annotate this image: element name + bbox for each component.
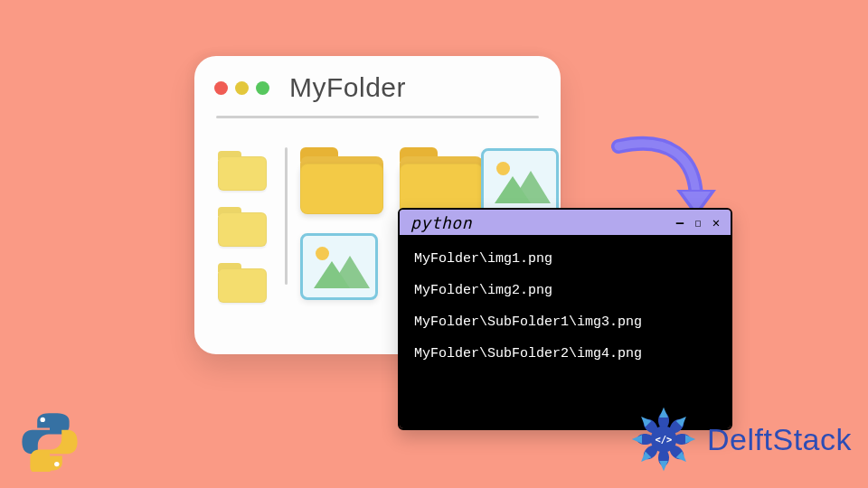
terminal-line: MyFolder\img2.png: [414, 283, 716, 298]
terminal-line: MyFolder\SubFolder1\img3.png: [414, 314, 716, 330]
terminal-line: MyFolder\SubFolder2\img4.png: [414, 346, 716, 361]
folder-icon[interactable]: [218, 151, 267, 191]
terminal-window: python — □ ✕ MyFolder\img1.png MyFolder\…: [398, 208, 732, 430]
folder-icon[interactable]: [218, 207, 267, 247]
maximize-icon[interactable]: □: [691, 218, 705, 228]
sidebar-divider: [285, 147, 288, 285]
svg-point-0: [41, 418, 45, 422]
folder-icon[interactable]: [218, 263, 267, 303]
file-manager-title: MyFolder: [289, 72, 406, 103]
terminal-window-controls: — □ ✕: [673, 215, 723, 230]
python-logo-icon: [20, 412, 80, 472]
maximize-dot-icon[interactable]: [256, 81, 269, 95]
close-icon[interactable]: ✕: [709, 215, 723, 230]
minimize-icon[interactable]: —: [673, 215, 687, 230]
terminal-output: MyFolder\img1.png MyFolder\img2.png MyFo…: [400, 237, 731, 428]
close-dot-icon[interactable]: [214, 81, 228, 95]
svg-point-1: [54, 462, 59, 466]
terminal-titlebar: python — □ ✕: [400, 210, 731, 237]
window-traffic-lights: [214, 81, 269, 95]
delftstack-logo: </> DelftStack: [627, 403, 852, 475]
file-manager-titlebar: MyFolder: [194, 56, 561, 108]
svg-text:</>: </>: [656, 434, 673, 445]
image-file-icon[interactable]: [481, 148, 559, 215]
minimize-dot-icon[interactable]: [235, 81, 249, 95]
delftstack-badge-icon: </>: [627, 403, 700, 475]
folder-icon[interactable]: [300, 147, 383, 214]
folder-icon[interactable]: [400, 147, 483, 214]
image-file-icon[interactable]: [300, 233, 378, 300]
delftstack-text: DelftStack: [707, 422, 852, 457]
terminal-title: python: [410, 213, 472, 232]
file-manager-sidebar: [212, 127, 267, 303]
terminal-line: MyFolder\img1.png: [414, 251, 716, 267]
